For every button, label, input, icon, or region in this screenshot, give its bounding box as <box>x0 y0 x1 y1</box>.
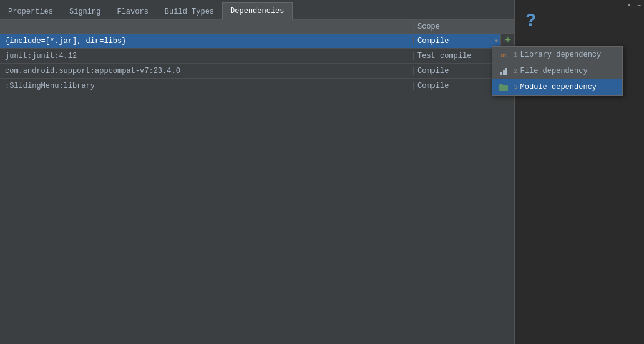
table-container: Scope {include=[*.jar], dir=libs} Compil… <box>0 20 514 343</box>
file-icon <box>497 65 510 77</box>
tab-bar: Properties Signing Flavors Build Types D… <box>0 0 514 20</box>
table-header: Scope <box>0 20 514 34</box>
add-dependency-button[interactable]: + <box>501 34 515 47</box>
table-rows: {include=[*.jar], dir=libs} Compile ▼ ju… <box>0 34 514 93</box>
main-panel: Properties Signing Flavors Build Types D… <box>0 0 515 344</box>
table-row[interactable]: {include=[*.jar], dir=libs} Compile ▼ <box>0 34 514 49</box>
scope-dropdown[interactable]: Test compile ▼ <box>417 52 500 60</box>
minimize-button[interactable]: − <box>634 1 644 11</box>
scope-dropdown[interactable]: Compile ▼ <box>417 37 500 45</box>
table-row[interactable]: com.android.support:appcompat-v7:23.4.0 … <box>0 64 514 79</box>
dep-cell: com.android.support:appcompat-v7:23.4.0 <box>0 67 413 75</box>
tab-flavors[interactable]: Flavors <box>109 2 156 20</box>
dropdown-arrow-icon: ▼ <box>495 38 498 44</box>
dep-cell: {include=[*.jar], dir=libs} <box>0 37 413 45</box>
scope-cell[interactable]: Compile ▼ <box>413 67 500 75</box>
scope-column-header: Scope <box>413 22 500 31</box>
window-controls: × − <box>624 0 644 11</box>
table-row[interactable]: junit:junit:4.12 Test compile ▼ <box>0 49 514 64</box>
scope-dropdown[interactable]: Compile ▼ <box>417 82 500 90</box>
svg-rect-0 <box>499 85 508 91</box>
file-dependency-item[interactable]: 2 File dependency <box>492 63 622 79</box>
tab-build-types[interactable]: Build Types <box>157 2 222 20</box>
module-dependency-item[interactable]: 3 Module dependency <box>492 79 622 95</box>
scope-cell[interactable]: Compile ▼ <box>413 37 500 45</box>
dep-cell: junit:junit:4.12 <box>0 52 413 60</box>
dep-cell: :SlidingMenu:library <box>0 82 413 90</box>
library-dependency-item[interactable]: m 1 Library dependency <box>492 47 622 63</box>
svg-rect-1 <box>499 84 503 86</box>
library-icon: m <box>497 49 510 61</box>
table-row[interactable]: :SlidingMenu:library Compile ▼ <box>0 79 514 93</box>
module-icon <box>497 81 510 93</box>
tab-properties[interactable]: Properties <box>0 2 61 20</box>
tab-dependencies[interactable]: Dependencies <box>222 2 292 20</box>
scope-cell[interactable]: Compile ▼ <box>413 82 500 90</box>
tab-signing[interactable]: Signing <box>61 2 109 20</box>
close-button[interactable]: × <box>624 1 634 11</box>
scope-cell[interactable]: Test compile ▼ <box>413 52 500 60</box>
add-dependency-dropdown: m 1 Library dependency 2 File dependency… <box>492 46 623 96</box>
scope-dropdown[interactable]: Compile ▼ <box>417 67 500 75</box>
